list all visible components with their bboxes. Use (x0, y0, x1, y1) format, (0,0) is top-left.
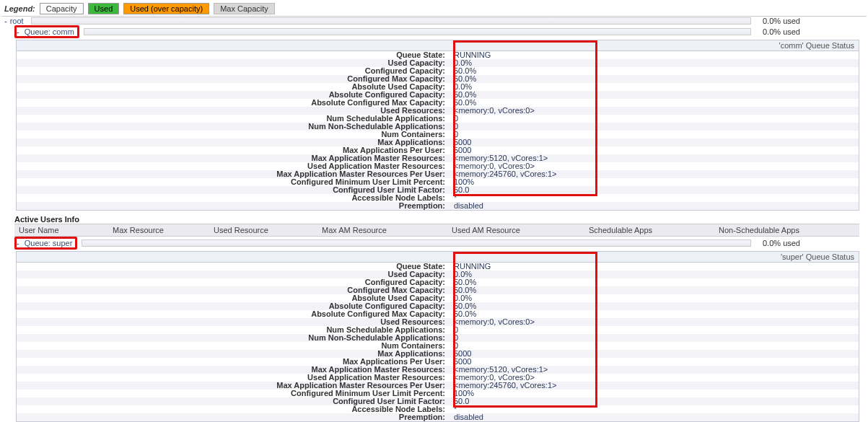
status-key: Preemption: (17, 202, 450, 210)
status-key: Accessible Node Labels: (17, 405, 450, 413)
col-non-schedulable-apps[interactable]: Non-Schedulable Apps (714, 224, 859, 236)
tree-row-queue-comm[interactable]: - Queue: comm 0.0% used (1, 25, 867, 38)
legend-chip-max: Max Capacity (214, 3, 275, 14)
status-value: disabled (450, 413, 859, 421)
status-value: 50.0% (450, 302, 859, 310)
status-row: Preemption:disabled (17, 413, 859, 421)
status-value: 0 (450, 334, 859, 342)
status-rows: Queue State:RUNNINGUsed Capacity:0.0%Con… (17, 263, 859, 421)
status-value: 50.0% (450, 75, 859, 83)
status-value: 50.0% (450, 91, 859, 99)
panel-title: 'comm' Queue Status (17, 40, 859, 51)
col-used-am-resource[interactable]: Used AM Resource (447, 224, 584, 236)
used-percent: 0.0% used (755, 239, 864, 247)
status-value: 0 (450, 115, 859, 123)
status-value: 50.0 (450, 397, 859, 405)
col-max-am-resource[interactable]: Max AM Resource (317, 224, 447, 236)
status-value: 5000 (450, 350, 859, 358)
col-schedulable-apps[interactable]: Schedulable Apps (584, 224, 714, 236)
status-value: RUNNING (450, 263, 859, 271)
status-value: * (450, 194, 859, 202)
status-value: 50.0 (450, 186, 859, 194)
active-users-header: Active Users Info (1, 214, 867, 224)
legend-chip-over: Used (over capacity) (123, 3, 209, 14)
legend-label: Legend: (4, 4, 35, 13)
status-value: 0 (450, 123, 859, 131)
status-value: 0.0% (450, 271, 859, 278)
capacity-bar (84, 28, 751, 35)
status-value: * (450, 405, 859, 413)
status-value: 100% (450, 178, 859, 186)
status-value: <memory:0, vCores:0> (450, 107, 859, 115)
tree-row-queue-super[interactable]: - Queue: super 0.0% used (1, 237, 867, 250)
status-value: 0 (450, 342, 859, 350)
col-user-name[interactable]: User Name (14, 224, 108, 236)
legend-chip-used: Used (88, 3, 120, 14)
legend-row: Legend: Capacity Used Used (over capacit… (1, 1, 867, 17)
status-value: <memory:245760, vCores:1> (450, 170, 859, 178)
used-percent: 0.0% used (755, 27, 864, 36)
status-value: 50.0% (450, 67, 859, 75)
status-value: 100% (450, 390, 859, 397)
queue-comm-label: Queue: comm (22, 27, 77, 36)
capacity-bar (82, 239, 751, 247)
status-value: 0.0% (450, 294, 859, 302)
status-value: <memory:0, vCores:0> (450, 318, 859, 326)
tree-toggle-icon[interactable]: - (17, 27, 19, 36)
capacity-bar (31, 17, 751, 25)
status-value: 0 (450, 326, 859, 334)
queue-super-label: Queue: super (22, 239, 76, 247)
status-key: Accessible Node Labels: (17, 194, 450, 202)
status-value: 50.0% (450, 278, 859, 286)
highlight-box: - Queue: comm (14, 25, 79, 38)
status-row: Preemption:disabled (17, 202, 859, 210)
status-value: 0 (450, 131, 859, 139)
tree-toggle-icon[interactable]: - (17, 239, 19, 247)
status-value: 0.0% (450, 59, 859, 67)
tree-row-root[interactable]: - root 0.0% used (1, 17, 867, 25)
status-value: 50.0% (450, 286, 859, 294)
queue-status-panel-comm: 'comm' Queue Status Queue State:RUNNINGU… (16, 40, 859, 211)
panel-title: 'super' Queue Status (17, 252, 859, 263)
status-value: 5000 (450, 139, 859, 146)
status-value: <memory:245760, vCores:1> (450, 382, 859, 390)
status-value: disabled (450, 202, 859, 210)
status-key: Preemption: (17, 413, 450, 421)
used-percent: 0.0% used (755, 17, 864, 25)
status-value: 0.0% (450, 83, 859, 91)
status-rows: Queue State:RUNNINGUsed Capacity:0.0%Con… (17, 51, 859, 210)
highlight-box: - Queue: super (14, 237, 77, 250)
legend-chip-capacity: Capacity (40, 3, 84, 14)
status-key: Queue State: (17, 51, 450, 59)
queue-status-panel-super: 'super' Queue Status Queue State:RUNNING… (16, 251, 859, 422)
col-used-resource[interactable]: Used Resource (209, 224, 317, 236)
status-key: Queue State: (17, 263, 450, 271)
tree-root-label: root (7, 17, 27, 25)
col-max-resource[interactable]: Max Resource (108, 224, 209, 236)
active-users-columns: User Name Max Resource Used Resource Max… (14, 224, 859, 237)
status-value: RUNNING (450, 51, 859, 59)
